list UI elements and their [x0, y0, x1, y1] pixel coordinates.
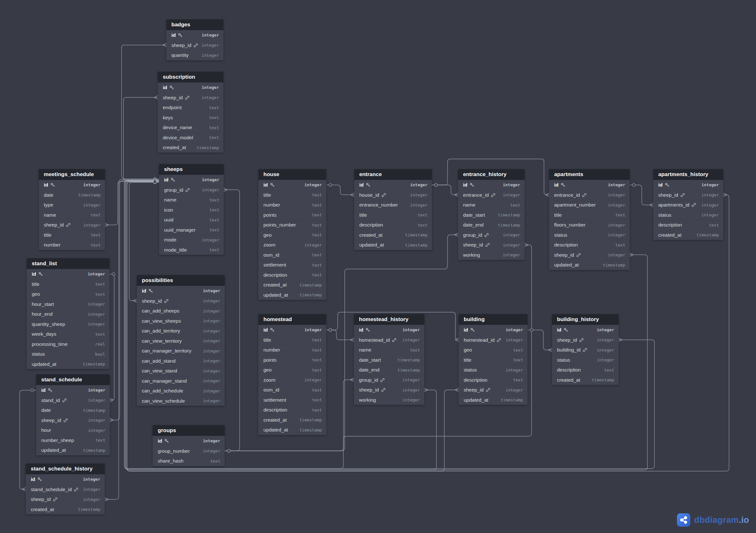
table-stand_list[interactable]: stand_listid integertitletextgeotexthour… — [27, 258, 110, 369]
field-homestead_history-sheep_id[interactable]: sheep_id integer — [354, 385, 424, 395]
field-possibilities-can_view_territory[interactable]: can_view_territoryinteger — [137, 336, 225, 346]
field-badges-id[interactable]: id integer — [166, 30, 224, 40]
field-homestead-description[interactable]: descriptiontext — [258, 405, 326, 415]
table-groups[interactable]: groupsid integergroup_numberintegershare… — [153, 425, 225, 466]
field-subscription-sheep_id[interactable]: sheep_id integer — [158, 93, 224, 103]
field-apartments_history-id[interactable]: id integer — [653, 180, 723, 190]
field-building_history-building_id[interactable]: building_id integer — [552, 345, 619, 355]
field-stand_schedule-number_sheep[interactable]: number_sheeptext — [36, 435, 110, 445]
field-sheeps-name[interactable]: nametext — [159, 195, 224, 205]
field-building-geo[interactable]: geotext — [459, 345, 527, 355]
field-entrance-house_id[interactable]: house_id integer — [354, 190, 432, 200]
field-possibilities-can_view_schedule[interactable]: can_view_scheduleinteger — [137, 396, 225, 406]
field-entrance_history-group_id[interactable]: group_id integer — [458, 230, 525, 240]
field-stand_schedule-stand_id[interactable]: stand_id integer — [36, 395, 110, 406]
field-building-title[interactable]: titletext — [459, 355, 527, 365]
field-possibilities-can_view_sheeps[interactable]: can_view_sheepsinteger — [137, 316, 225, 326]
field-stand_schedule-hour[interactable]: hourinteger — [36, 425, 110, 435]
field-stand_schedule_history-id[interactable]: id integer — [26, 474, 105, 485]
field-possibilities-can_manager_stand[interactable]: can_manager_standinteger — [137, 376, 225, 386]
table-header-building_history[interactable]: building_history — [552, 314, 619, 325]
field-homestead-created_at[interactable]: created_attimestamp — [258, 415, 326, 425]
field-house-created_at[interactable]: created_attimestamp — [258, 280, 326, 290]
field-possibilities-can_add_schedule[interactable]: can_add_scheduleinteger — [137, 386, 225, 396]
table-stand_schedule[interactable]: stand_scheduleid integerstand_id integer… — [36, 374, 110, 455]
table-header-homestead[interactable]: homestead — [258, 314, 326, 325]
field-subscription-created_at[interactable]: created_attimestamp — [158, 143, 224, 153]
field-house-id[interactable]: id integer — [258, 180, 326, 190]
field-sheeps-uuid[interactable]: uuidtext — [159, 215, 224, 225]
table-header-apartments[interactable]: apartments — [549, 169, 630, 180]
table-header-apartments_history[interactable]: apartments_history — [653, 169, 723, 180]
field-stand_schedule-date[interactable]: datetimestamp — [36, 405, 110, 415]
field-homestead-settlement[interactable]: settlementtext — [258, 395, 326, 405]
field-building_history-created_at[interactable]: created_attimestamp — [552, 375, 619, 385]
field-meetings_schedule-name[interactable]: nametext — [39, 210, 105, 220]
field-house-updated_at[interactable]: updated_attimestamp — [258, 290, 326, 300]
table-header-entrance[interactable]: entrance — [354, 169, 432, 180]
field-sheeps-id[interactable]: id integer — [159, 175, 224, 185]
field-entrance_history-sheep_id[interactable]: sheep_id integer — [458, 240, 525, 250]
table-house[interactable]: houseid integertitletextnumbertextpoints… — [258, 169, 326, 300]
field-possibilities-id[interactable]: id integer — [137, 286, 225, 296]
field-entrance_history-id[interactable]: id integer — [458, 180, 525, 190]
field-homestead_history-date_start[interactable]: date_starttimestamp — [354, 355, 424, 365]
field-stand_list-status[interactable]: statusbool — [27, 349, 110, 359]
table-header-meetings_schedule[interactable]: meetings_schedule — [39, 169, 105, 180]
field-house-points_number[interactable]: points_numbertext — [258, 220, 326, 230]
table-building_history[interactable]: building_historyid integersheep_id integ… — [552, 314, 619, 385]
field-homestead-number[interactable]: numbertext — [258, 345, 326, 355]
table-entrance_history[interactable]: entrance_historyid integerentrance_id in… — [458, 169, 525, 260]
field-building-sheep_id[interactable]: sheep_id integer — [459, 385, 527, 395]
field-apartments_history-status[interactable]: statusinteger — [653, 210, 723, 220]
field-possibilities-can_view_stand[interactable]: can_view_standinteger — [137, 366, 225, 376]
field-homestead_history-date_end[interactable]: date_endtimestamp — [354, 365, 424, 375]
field-stand_list-processing_time[interactable]: processing_timereal — [27, 339, 110, 349]
table-header-sheeps[interactable]: sheeps — [159, 164, 224, 175]
table-header-homestead_history[interactable]: homestead_history — [354, 314, 424, 325]
field-sheeps-mode_title[interactable]: mode_titletext — [159, 245, 224, 255]
field-homestead-zoom[interactable]: zoominteger — [258, 375, 326, 385]
table-stand_schedule_history[interactable]: stand_schedule_historyid integerstand_sc… — [26, 464, 105, 514]
field-entrance-title[interactable]: titletext — [354, 210, 432, 220]
field-building-id[interactable]: id integer — [459, 325, 527, 335]
field-subscription-id[interactable]: id integer — [158, 83, 224, 93]
table-sheeps[interactable]: sheepsid integergroup_id integernametext… — [159, 164, 224, 255]
field-sheeps-mode[interactable]: modeinteger — [159, 235, 224, 245]
field-entrance_history-working[interactable]: workinginteger — [458, 250, 525, 260]
field-house-number[interactable]: numbertext — [258, 200, 326, 210]
field-stand_list-week_days[interactable]: week_daystext — [27, 329, 110, 339]
field-building_history-description[interactable]: descriptiontext — [552, 365, 619, 375]
table-homestead[interactable]: homesteadid integertitletextnumbertextpo… — [258, 314, 326, 435]
field-meetings_schedule-sheep_id[interactable]: sheep_id integer — [39, 220, 105, 230]
field-meetings_schedule-number[interactable]: numbertext — [39, 240, 105, 250]
field-entrance-entrance_number[interactable]: entrance_numberinteger — [354, 200, 432, 210]
field-apartments-apartment_number[interactable]: apartment_numberinteger — [549, 200, 630, 210]
field-groups-id[interactable]: id integer — [153, 436, 225, 446]
field-apartments-entrance_id[interactable]: entrance_id integer — [549, 190, 630, 200]
table-badges[interactable]: badgesid integersheep_id integerquantity… — [166, 19, 224, 60]
field-possibilities-can_add_stand[interactable]: can_add_standinteger — [137, 356, 225, 366]
field-house-osm_id[interactable]: osm_idtext — [258, 250, 326, 260]
table-header-house[interactable]: house — [258, 169, 326, 180]
field-subscription-keys[interactable]: keystext — [158, 113, 224, 123]
field-possibilities-can_add_territory[interactable]: can_add_territoryinteger — [137, 326, 225, 336]
field-homestead_history-group_id[interactable]: group_id integer — [354, 375, 424, 385]
field-house-points[interactable]: pointstext — [258, 210, 326, 220]
table-header-subscription[interactable]: subscription — [158, 72, 224, 83]
field-apartments-sheep_id[interactable]: sheep_id integer — [549, 250, 630, 260]
field-apartments_history-sheep_id[interactable]: sheep_id integer — [653, 190, 723, 200]
table-subscription[interactable]: subscriptionid integersheep_id integeren… — [158, 72, 224, 153]
field-homestead-osm_id[interactable]: osm_idtext — [258, 385, 326, 395]
table-meetings_schedule[interactable]: meetings_scheduleid integerdatetimestamp… — [39, 169, 105, 250]
table-entrance[interactable]: entranceid integerhouse_id integerentran… — [354, 169, 432, 250]
field-house-settlement[interactable]: settlementtext — [258, 260, 326, 270]
field-stand_schedule_history-stand_schedule_id[interactable]: stand_schedule_id integer — [26, 485, 105, 494]
table-possibilities[interactable]: possibilitiesid integersheep_id integerc… — [137, 275, 225, 406]
field-homestead_history-name[interactable]: nametext — [354, 345, 424, 355]
field-possibilities-can_add_sheeps[interactable]: can_add_sheepsinteger — [137, 306, 225, 316]
field-meetings_schedule-id[interactable]: id integer — [39, 180, 105, 190]
field-subscription-device_name[interactable]: device_nametext — [158, 122, 224, 133]
field-homestead-id[interactable]: id integer — [258, 325, 326, 335]
field-entrance_history-date_end[interactable]: date_endtimestamp — [458, 220, 525, 230]
